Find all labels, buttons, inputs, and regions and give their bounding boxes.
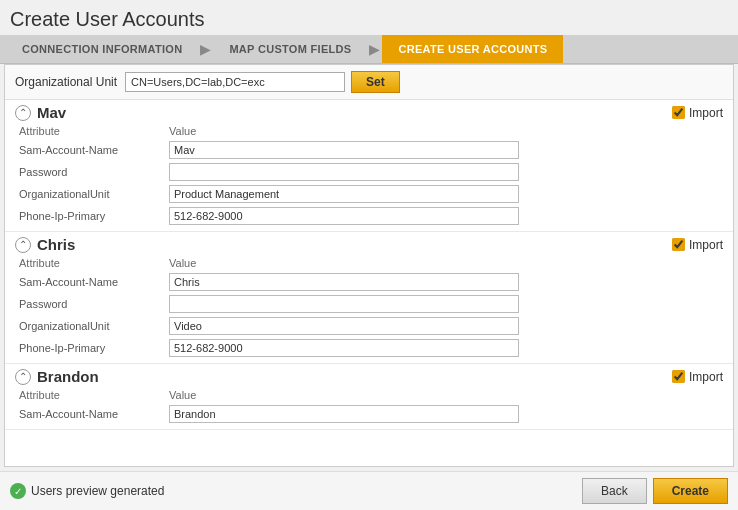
import-label: Import (689, 106, 723, 120)
tab-connection[interactable]: CONNECTION INFORMATION (6, 35, 198, 63)
attr-value-input[interactable] (169, 141, 519, 159)
table-row: Password (15, 293, 723, 315)
attr-name-cell: Phone-Ip-Primary (15, 337, 165, 359)
page-title: Create User Accounts (0, 0, 738, 35)
tab-map[interactable]: MAP CUSTOM FIELDS (213, 35, 367, 63)
col-header-value: Value (165, 255, 723, 271)
table-row: Password (15, 161, 723, 183)
attr-name-cell: Sam-Account-Name (15, 139, 165, 161)
import-checkbox-chris[interactable] (672, 238, 685, 251)
attr-name-cell: Sam-Account-Name (15, 271, 165, 293)
table-row: OrganizationalUnit (15, 315, 723, 337)
user-section-brandon: ⌃BrandonImportAttributeValueSam-Account-… (5, 364, 733, 430)
attr-value-input[interactable] (169, 405, 519, 423)
content-area: Organizational Unit Set ⌃MavImportAttrib… (4, 64, 734, 467)
table-row: Sam-Account-Name (15, 271, 723, 293)
attr-name-cell: OrganizationalUnit (15, 315, 165, 337)
org-unit-input[interactable] (125, 72, 345, 92)
col-header-value: Value (165, 387, 723, 403)
import-checkbox-brandon[interactable] (672, 370, 685, 383)
user-title-brandon: Brandon (37, 368, 99, 385)
footer-buttons: Back Create (582, 478, 728, 504)
attr-name-cell: Phone-Ip-Primary (15, 205, 165, 227)
user-section-mav: ⌃MavImportAttributeValueSam-Account-Name… (5, 100, 733, 232)
status-message: ✓ Users preview generated (10, 483, 164, 499)
col-header-value: Value (165, 123, 723, 139)
collapse-btn-mav[interactable]: ⌃ (15, 105, 31, 121)
tab-create[interactable]: CREATE USER ACCOUNTS (382, 35, 563, 63)
user-title-chris: Chris (37, 236, 75, 253)
attr-name-cell: OrganizationalUnit (15, 183, 165, 205)
attr-value-input[interactable] (169, 273, 519, 291)
set-button[interactable]: Set (351, 71, 400, 93)
import-label: Import (689, 238, 723, 252)
attr-value-input[interactable] (169, 339, 519, 357)
org-unit-label: Organizational Unit (15, 75, 117, 89)
attr-name-cell: Password (15, 161, 165, 183)
create-button[interactable]: Create (653, 478, 728, 504)
table-row: Sam-Account-Name (15, 403, 723, 425)
col-header-attribute: Attribute (15, 255, 165, 271)
attr-value-input[interactable] (169, 185, 519, 203)
main-scroll: ⌃MavImportAttributeValueSam-Account-Name… (5, 100, 733, 466)
tab-bar: CONNECTION INFORMATION▶MAP CUSTOM FIELDS… (0, 35, 738, 64)
import-checkbox-mav[interactable] (672, 106, 685, 119)
table-row: Sam-Account-Name (15, 139, 723, 161)
attr-name-cell: Sam-Account-Name (15, 403, 165, 425)
back-button[interactable]: Back (582, 478, 647, 504)
table-row: OrganizationalUnit (15, 183, 723, 205)
import-label: Import (689, 370, 723, 384)
attr-value-input[interactable] (169, 207, 519, 225)
attr-value-input[interactable] (169, 163, 519, 181)
user-section-chris: ⌃ChrisImportAttributeValueSam-Account-Na… (5, 232, 733, 364)
table-row: Phone-Ip-Primary (15, 337, 723, 359)
org-unit-row: Organizational Unit Set (5, 65, 733, 100)
footer-bar: ✓ Users preview generated Back Create (0, 471, 738, 510)
table-row: Phone-Ip-Primary (15, 205, 723, 227)
collapse-btn-chris[interactable]: ⌃ (15, 237, 31, 253)
attr-value-input[interactable] (169, 295, 519, 313)
user-title-mav: Mav (37, 104, 66, 121)
status-icon: ✓ (10, 483, 26, 499)
col-header-attribute: Attribute (15, 123, 165, 139)
attr-name-cell: Password (15, 293, 165, 315)
status-text: Users preview generated (31, 484, 164, 498)
collapse-btn-brandon[interactable]: ⌃ (15, 369, 31, 385)
col-header-attribute: Attribute (15, 387, 165, 403)
attr-value-input[interactable] (169, 317, 519, 335)
